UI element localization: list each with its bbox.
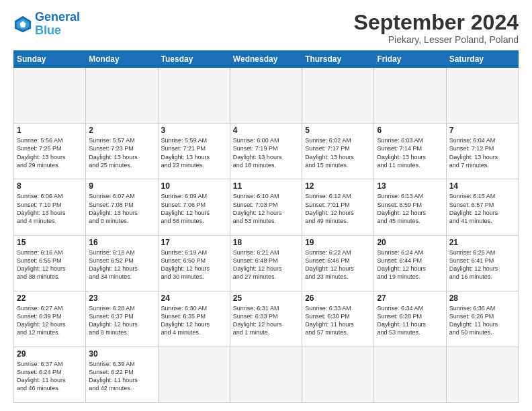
calendar-cell: 22Sunrise: 6:27 AM Sunset: 6:39 PM Dayli…: [14, 291, 86, 347]
day-number: 20: [377, 238, 443, 247]
calendar-row: [14, 68, 519, 124]
cell-content: Sunrise: 6:07 AM Sunset: 7:08 PM Dayligh…: [89, 192, 154, 225]
calendar-cell: [374, 347, 446, 402]
cell-content: Sunrise: 6:19 AM Sunset: 6:50 PM Dayligh…: [161, 248, 227, 281]
calendar-cell: [374, 68, 446, 124]
col-wednesday: Wednesday: [230, 51, 302, 68]
cell-content: Sunrise: 6:12 AM Sunset: 7:01 PM Dayligh…: [305, 192, 371, 225]
calendar-cell: 17Sunrise: 6:19 AM Sunset: 6:50 PM Dayli…: [158, 235, 230, 291]
col-saturday: Saturday: [446, 51, 518, 68]
calendar-cell: 14Sunrise: 6:15 AM Sunset: 6:57 PM Dayli…: [446, 179, 518, 235]
calendar-cell: 2Sunrise: 5:57 AM Sunset: 7:23 PM Daylig…: [86, 124, 158, 179]
cell-content: Sunrise: 5:57 AM Sunset: 7:23 PM Dayligh…: [89, 136, 154, 169]
day-number: 30: [89, 349, 154, 359]
calendar-row: 15Sunrise: 6:16 AM Sunset: 6:55 PM Dayli…: [14, 235, 519, 291]
day-number: 18: [233, 238, 299, 247]
cell-content: Sunrise: 6:36 AM Sunset: 6:26 PM Dayligh…: [449, 304, 515, 337]
calendar-cell: 21Sunrise: 6:25 AM Sunset: 6:41 PM Dayli…: [446, 235, 518, 291]
page: General Blue September 2024 Piekary, Les…: [0, 0, 532, 411]
calendar-cell: 26Sunrise: 6:33 AM Sunset: 6:30 PM Dayli…: [302, 291, 374, 347]
calendar-cell: 5Sunrise: 6:02 AM Sunset: 7:17 PM Daylig…: [302, 124, 374, 179]
col-sunday: Sunday: [14, 51, 86, 68]
calendar-cell: 30Sunrise: 6:39 AM Sunset: 6:22 PM Dayli…: [86, 347, 158, 402]
day-number: 8: [17, 181, 83, 191]
day-number: 12: [305, 181, 371, 191]
cell-content: Sunrise: 6:03 AM Sunset: 7:14 PM Dayligh…: [377, 136, 443, 169]
calendar-cell: 4Sunrise: 6:00 AM Sunset: 7:19 PM Daylig…: [230, 124, 302, 179]
calendar-table: Sunday Monday Tuesday Wednesday Thursday…: [13, 50, 519, 403]
col-thursday: Thursday: [302, 51, 374, 68]
calendar-cell: 7Sunrise: 6:04 AM Sunset: 7:12 PM Daylig…: [446, 124, 518, 179]
day-number: 11: [233, 181, 299, 191]
day-number: 28: [449, 293, 515, 303]
col-friday: Friday: [374, 51, 446, 68]
cell-content: Sunrise: 6:09 AM Sunset: 7:06 PM Dayligh…: [161, 192, 227, 225]
calendar-cell: 25Sunrise: 6:31 AM Sunset: 6:33 PM Dayli…: [230, 291, 302, 347]
header-row: Sunday Monday Tuesday Wednesday Thursday…: [14, 51, 519, 68]
calendar-cell: [302, 68, 374, 124]
cell-content: Sunrise: 6:24 AM Sunset: 6:44 PM Dayligh…: [377, 248, 443, 281]
day-number: 29: [17, 349, 83, 359]
calendar-cell: 13Sunrise: 6:13 AM Sunset: 6:59 PM Dayli…: [374, 179, 446, 235]
day-number: 21: [449, 238, 515, 247]
calendar-cell: 3Sunrise: 5:59 AM Sunset: 7:21 PM Daylig…: [158, 124, 230, 179]
cell-content: Sunrise: 6:18 AM Sunset: 6:52 PM Dayligh…: [89, 248, 154, 281]
day-number: 25: [233, 293, 299, 303]
subtitle: Piekary, Lesser Poland, Poland: [354, 34, 519, 45]
calendar-cell: 10Sunrise: 6:09 AM Sunset: 7:06 PM Dayli…: [158, 179, 230, 235]
day-number: 23: [89, 293, 154, 303]
calendar-cell: [446, 68, 518, 124]
calendar-cell: 19Sunrise: 6:22 AM Sunset: 6:46 PM Dayli…: [302, 235, 374, 291]
calendar-cell: [86, 68, 158, 124]
month-title: September 2024: [354, 11, 519, 34]
cell-content: Sunrise: 5:59 AM Sunset: 7:21 PM Dayligh…: [161, 136, 227, 169]
cell-content: Sunrise: 6:30 AM Sunset: 6:35 PM Dayligh…: [161, 304, 227, 337]
calendar-row: 22Sunrise: 6:27 AM Sunset: 6:39 PM Dayli…: [14, 291, 519, 347]
calendar-cell: 11Sunrise: 6:10 AM Sunset: 7:03 PM Dayli…: [230, 179, 302, 235]
col-monday: Monday: [86, 51, 158, 68]
header: General Blue September 2024 Piekary, Les…: [13, 11, 519, 45]
logo-text: General Blue: [35, 11, 80, 38]
calendar-cell: [14, 68, 86, 124]
day-number: 6: [377, 126, 443, 135]
calendar-cell: 1Sunrise: 5:56 AM Sunset: 7:25 PM Daylig…: [14, 124, 86, 179]
day-number: 13: [377, 181, 443, 191]
logo-icon: [13, 15, 32, 34]
cell-content: Sunrise: 6:28 AM Sunset: 6:37 PM Dayligh…: [89, 304, 154, 337]
cell-content: Sunrise: 6:31 AM Sunset: 6:33 PM Dayligh…: [233, 304, 299, 337]
col-tuesday: Tuesday: [158, 51, 230, 68]
day-number: 14: [449, 181, 515, 191]
cell-content: Sunrise: 6:06 AM Sunset: 7:10 PM Dayligh…: [17, 192, 83, 225]
cell-content: Sunrise: 6:15 AM Sunset: 6:57 PM Dayligh…: [449, 192, 515, 225]
title-block: September 2024 Piekary, Lesser Poland, P…: [354, 11, 519, 45]
calendar-row: 1Sunrise: 5:56 AM Sunset: 7:25 PM Daylig…: [14, 124, 519, 179]
calendar-cell: 16Sunrise: 6:18 AM Sunset: 6:52 PM Dayli…: [86, 235, 158, 291]
calendar-cell: 23Sunrise: 6:28 AM Sunset: 6:37 PM Dayli…: [86, 291, 158, 347]
cell-content: Sunrise: 5:56 AM Sunset: 7:25 PM Dayligh…: [17, 136, 83, 169]
calendar-cell: 6Sunrise: 6:03 AM Sunset: 7:14 PM Daylig…: [374, 124, 446, 179]
calendar-row: 8Sunrise: 6:06 AM Sunset: 7:10 PM Daylig…: [14, 179, 519, 235]
calendar: Sunday Monday Tuesday Wednesday Thursday…: [13, 50, 519, 403]
cell-content: Sunrise: 6:34 AM Sunset: 6:28 PM Dayligh…: [377, 304, 443, 337]
day-number: 1: [17, 126, 83, 135]
day-number: 27: [377, 293, 443, 303]
day-number: 19: [305, 238, 371, 247]
cell-content: Sunrise: 6:02 AM Sunset: 7:17 PM Dayligh…: [305, 136, 371, 169]
calendar-cell: [158, 347, 230, 402]
day-number: 26: [305, 293, 371, 303]
calendar-row: 29Sunrise: 6:37 AM Sunset: 6:24 PM Dayli…: [14, 347, 519, 402]
calendar-cell: 28Sunrise: 6:36 AM Sunset: 6:26 PM Dayli…: [446, 291, 518, 347]
cell-content: Sunrise: 6:00 AM Sunset: 7:19 PM Dayligh…: [233, 136, 299, 169]
calendar-cell: 9Sunrise: 6:07 AM Sunset: 7:08 PM Daylig…: [86, 179, 158, 235]
calendar-cell: 27Sunrise: 6:34 AM Sunset: 6:28 PM Dayli…: [374, 291, 446, 347]
day-number: 10: [161, 181, 227, 191]
day-number: 15: [17, 238, 83, 247]
cell-content: Sunrise: 6:25 AM Sunset: 6:41 PM Dayligh…: [449, 248, 515, 281]
cell-content: Sunrise: 6:21 AM Sunset: 6:48 PM Dayligh…: [233, 248, 299, 281]
cell-content: Sunrise: 6:13 AM Sunset: 6:59 PM Dayligh…: [377, 192, 443, 225]
day-number: 3: [161, 126, 227, 135]
calendar-cell: 12Sunrise: 6:12 AM Sunset: 7:01 PM Dayli…: [302, 179, 374, 235]
cell-content: Sunrise: 6:16 AM Sunset: 6:55 PM Dayligh…: [17, 248, 83, 281]
day-number: 7: [449, 126, 515, 135]
day-number: 24: [161, 293, 227, 303]
